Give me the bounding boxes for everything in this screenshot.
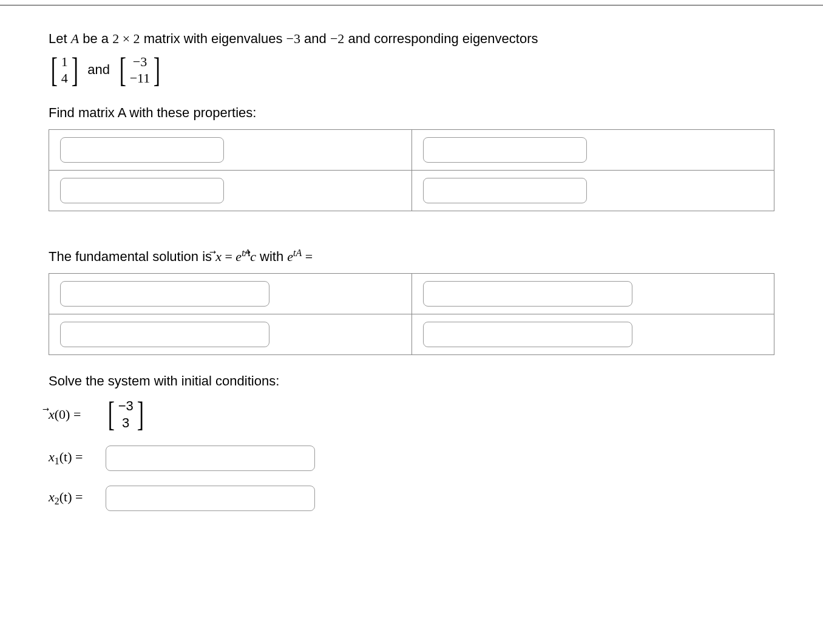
eigenvectors: [ 1 4 ] and [ −3 −11 ] bbox=[49, 53, 163, 87]
right-bracket-icon: ] bbox=[71, 55, 78, 85]
vec-x-ic: x bbox=[49, 407, 55, 422]
stem-text: be a bbox=[79, 31, 112, 46]
x1-sub: 1 bbox=[55, 456, 59, 467]
lambda1: −3 bbox=[286, 31, 300, 46]
left-bracket-icon: [ bbox=[108, 399, 115, 429]
stem-text: and bbox=[300, 31, 330, 46]
initial-condition-row: x(0) = [ −3 3 ] bbox=[49, 398, 774, 431]
input-A12[interactable] bbox=[423, 137, 587, 163]
stem-text: and corresponding eigenvectors bbox=[344, 31, 538, 46]
left-bracket-icon: [ bbox=[51, 55, 58, 85]
x1-t: (t) bbox=[59, 449, 72, 464]
x2-sub: 2 bbox=[55, 497, 59, 507]
fundamental-label: The fundamental solution is x = etAc wit… bbox=[49, 248, 774, 265]
v1-top: 1 bbox=[61, 53, 68, 70]
input-A22[interactable] bbox=[423, 178, 587, 203]
problem-stem: Let A be a 2 × 2 matrix with eigenvalues… bbox=[49, 30, 774, 49]
x1-row: x1(t) = bbox=[49, 446, 774, 471]
ic-eq: = bbox=[70, 407, 81, 422]
x1-eq: = bbox=[72, 449, 83, 464]
x2-label: x2(t) = bbox=[49, 489, 100, 507]
problem-content: Let A be a 2 × 2 matrix with eigenvalues… bbox=[0, 30, 823, 550]
matrix-A-input-grid bbox=[49, 129, 774, 211]
input-A11[interactable] bbox=[60, 137, 224, 163]
with-text: with bbox=[256, 249, 287, 264]
find-A-label: Find matrix A with these properties: bbox=[49, 105, 774, 121]
vec-x: x bbox=[215, 249, 222, 265]
input-A21[interactable] bbox=[60, 178, 224, 203]
eigenvector-2: [ −3 −11 ] bbox=[117, 53, 163, 87]
vec-c: c bbox=[250, 249, 256, 265]
matrix-etA-input-grid bbox=[49, 273, 774, 355]
eq-sign: = bbox=[222, 249, 235, 264]
input-E21[interactable] bbox=[60, 322, 269, 347]
exp-tA: tA bbox=[242, 248, 250, 258]
v2-bot: −11 bbox=[130, 70, 151, 87]
eigenvector-1: [ 1 4 ] bbox=[49, 53, 80, 87]
ic-bot: 3 bbox=[122, 415, 129, 432]
x2-x: x bbox=[49, 489, 55, 504]
stem-text: matrix with eigenvalues bbox=[140, 31, 286, 46]
input-E22[interactable] bbox=[423, 322, 632, 347]
input-x2[interactable] bbox=[106, 486, 315, 511]
e: e bbox=[235, 249, 242, 264]
right-bracket-icon: ] bbox=[154, 55, 160, 85]
v2-top: −3 bbox=[133, 53, 147, 70]
x1-label: x1(t) = bbox=[49, 449, 100, 467]
lambda2: −2 bbox=[330, 31, 344, 46]
exp-tA2: tA bbox=[293, 248, 302, 258]
var-A: A bbox=[71, 31, 79, 46]
x2-row: x2(t) = bbox=[49, 486, 774, 511]
input-E11[interactable] bbox=[60, 281, 269, 307]
eq-sign2: = bbox=[302, 249, 313, 264]
x2-t: (t) bbox=[59, 489, 72, 504]
v1-bot: 4 bbox=[61, 70, 68, 87]
ic-lhs: x(0) = bbox=[49, 407, 100, 422]
stem-text: Let bbox=[49, 31, 71, 46]
and-text: and bbox=[84, 62, 113, 78]
right-bracket-icon: ] bbox=[137, 399, 143, 429]
input-x1[interactable] bbox=[106, 446, 315, 471]
input-E12[interactable] bbox=[423, 281, 632, 307]
e2: e bbox=[287, 249, 293, 264]
fund-text: The fundamental solution is bbox=[49, 249, 215, 264]
left-bracket-icon: [ bbox=[120, 55, 126, 85]
ic-vector: [ −3 3 ] bbox=[106, 398, 146, 431]
solve-label: Solve the system with initial conditions… bbox=[49, 373, 774, 389]
dim: 2 × 2 bbox=[112, 31, 140, 46]
ic-top: −3 bbox=[118, 398, 134, 415]
x2-eq: = bbox=[72, 489, 83, 504]
x1-x: x bbox=[49, 449, 55, 464]
ic-arg: (0) bbox=[55, 407, 70, 422]
top-rule bbox=[0, 5, 823, 5]
